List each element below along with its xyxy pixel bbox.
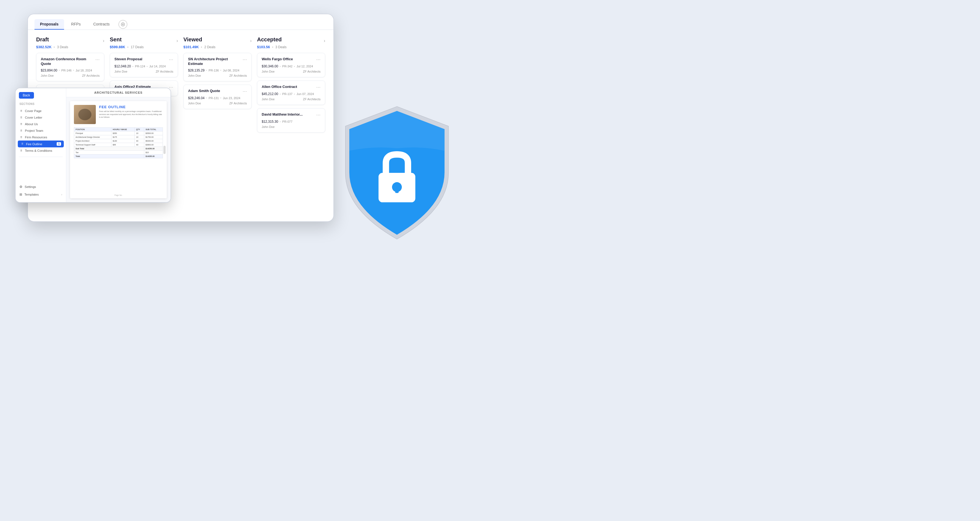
sidebar-label-terms: Terms & Conditions [25, 149, 52, 152]
card-meta-david: $12,315.30 PR-077 [262, 120, 321, 124]
drag-icon-7: ⠿ [19, 149, 23, 152]
col-deals-accepted: 3 Deals [275, 45, 286, 49]
col-deals-viewed: 2 Deals [204, 45, 215, 49]
card-menu-steven[interactable]: ⋯ [169, 57, 173, 62]
card-author-steven: John Doe [115, 70, 127, 73]
card-code-wells: PR-342 [282, 65, 292, 68]
col-stats-viewed: $101.49K 2 Deals [183, 45, 251, 49]
card-menu-sn[interactable]: ⋯ [243, 57, 247, 62]
doc-image [74, 105, 96, 124]
card-date-steven: Jul 14, 2024 [149, 65, 165, 68]
card-author-david: John Doe [262, 125, 275, 129]
card-date-sn: Jul 08, 2024 [223, 69, 239, 72]
sidebar-label-about-us: About Us [25, 123, 38, 126]
card-meta-amazon: $23,894.00 PR-146 Jul 18, 2024 [41, 69, 100, 72]
sidebar-item-terms[interactable]: ⠿ Terms & Conditions [16, 147, 66, 154]
content-header: ARCHITECTURAL SERVICES [66, 88, 170, 97]
settings-icon: ⚙ [19, 185, 22, 189]
card-title-david: David Matthew Interior... [262, 112, 316, 117]
col-arrow-viewed[interactable]: › [250, 38, 251, 43]
col-stats-sent: $599.88K 17 Deals [110, 45, 178, 49]
col-sub: SUB TOTAL [144, 127, 162, 131]
drag-icon-2: ⠿ [19, 116, 23, 119]
card-footer-allen: John Doe ZF Architects [262, 97, 321, 101]
card-date-allen: Jun 07, 2024 [296, 92, 314, 96]
scroll-handle[interactable] [164, 146, 165, 154]
cell: Tax [74, 151, 144, 155]
card-footer-amazon: John Doe ZF Architects [41, 74, 100, 77]
sidebar-item-firm-resources[interactable]: ⠿ Firm Resources [16, 134, 66, 140]
col-arrow-accepted[interactable]: › [324, 38, 325, 43]
card-sn[interactable]: SN Architecture Project Estimate ⋯ $28,1… [183, 53, 251, 81]
tab-rfps[interactable]: RFPs [66, 19, 86, 30]
shield-svg [326, 102, 468, 244]
col-arrow-sent[interactable]: › [177, 38, 178, 43]
card-company-wells: ZF Architects [303, 70, 321, 73]
card-adam[interactable]: Adam Smith Quote ⋯ $28,246.04 PR-131 Jun… [183, 84, 251, 109]
templates-arrow: › [61, 193, 62, 196]
card-menu-david[interactable]: ⋯ [316, 112, 321, 118]
card-david[interactable]: David Matthew Interior... ⋯ $12,315.30 P… [257, 108, 325, 132]
back-button[interactable]: Back [19, 92, 34, 99]
card-code-allen: PR-137 [282, 92, 292, 96]
cell: 10 [135, 131, 144, 135]
card-footer-adam: John Doe ZF Architects [188, 102, 247, 105]
templates-icon: ⊞ [19, 193, 22, 196]
card-steven[interactable]: Steven Proposal ⋯ $12,048.20 PR-124 Jul … [110, 53, 178, 77]
doc-title-block: FEE OUTLINE Fees will be billed monthly … [99, 105, 163, 124]
card-menu-amazon[interactable]: ⋯ [95, 57, 100, 62]
card-company-steven: ZF Architects [156, 70, 173, 73]
col-deals-draft: 3 Deals [57, 45, 68, 49]
sidebar-item-cover-letter[interactable]: ⠿ Cover Letter [16, 114, 66, 121]
card-wells[interactable]: Wells Fargo Office ⋯ $30,346.00 PR-342 J… [257, 53, 325, 77]
card-footer-wells: John Doe ZF Architects [262, 70, 321, 73]
col-arrow-draft[interactable]: › [103, 38, 104, 43]
card-allen[interactable]: Allen Office Contract ⋯ $45,212.00 PR-13… [257, 81, 325, 105]
security-shield [326, 102, 468, 244]
drag-icon-4: ⠿ [19, 129, 23, 132]
col-header-accepted: Accepted › $103.56 3 Deals [257, 37, 325, 49]
card-menu-allen[interactable]: ⋯ [316, 84, 321, 90]
card-meta-adam: $28,246.04 PR-131 Jun 23, 2024 [188, 96, 247, 100]
col-hourly: HOURLY WAGE [111, 127, 135, 131]
add-tab-button[interactable] [119, 20, 127, 29]
sidebar-templates[interactable]: ⊞ Templates › [16, 191, 66, 198]
sidebar-item-about-us[interactable]: ⠿ About Us [16, 121, 66, 127]
card-amazon[interactable]: Amazon Conference Room Quote ⋯ $23,894.0… [36, 53, 104, 81]
cell: $14265.00 [144, 155, 162, 158]
card-menu-adam[interactable]: ⋯ [243, 89, 247, 94]
cell: $3500.00 [144, 131, 162, 135]
card-footer-steven: John Doe ZF Architects [115, 70, 173, 73]
sidebar-item-project-team[interactable]: ⠿ Project Team [16, 127, 66, 134]
cell: Technical Support Staff [74, 143, 111, 147]
doc-page-header: FEE OUTLINE Fees will be billed monthly … [74, 105, 163, 124]
small-tablet: Back SECTIONS ⠿ Cover Page ⠿ Cover Lette… [15, 88, 171, 203]
sidebar-label-firm-resources: Firm Resources [25, 135, 47, 139]
cell: $5200.00 [144, 139, 162, 143]
col-header-sent: Sent › $599.88K 17 Deals [110, 37, 178, 49]
sidebar-settings[interactable]: ⚙ Settings [16, 183, 66, 191]
card-footer-sn: John Doe ZF Architects [188, 74, 247, 77]
col-amount-draft: $382.52K [36, 45, 51, 49]
sidebar-item-fee-outline[interactable]: ⠿ Fee Outline 1 [18, 140, 64, 147]
card-code-adam: PR-131 [208, 96, 219, 100]
card-author-adam: John Doe [188, 102, 201, 105]
col-title-sent: Sent [110, 37, 121, 43]
card-author-allen: John Doe [262, 97, 275, 101]
column-viewed: Viewed › $101.49K 2 Deals SN Architectur… [181, 37, 254, 215]
cell: Principal [74, 131, 111, 135]
col-stats-accepted: $103.56 3 Deals [257, 45, 325, 49]
tab-contracts[interactable]: Contracts [88, 19, 115, 30]
col-title-accepted: Accepted [257, 37, 282, 43]
card-code-amazon: PR-146 [61, 69, 72, 72]
content-header-title: ARCHITECTURAL SERVICES [94, 91, 143, 94]
sidebar-label-cover-letter: Cover Letter [25, 116, 42, 119]
table-row: Technical Support Staff $95 40 $3800.00 [74, 143, 163, 147]
card-menu-wells[interactable]: ⋯ [316, 57, 321, 62]
card-title-allen: Allen Office Contract [262, 84, 316, 89]
tab-proposals[interactable]: Proposals [35, 19, 64, 30]
card-title-steven: Steven Proposal [115, 57, 169, 62]
doc-page: FEE OUTLINE Fees will be billed monthly … [70, 101, 167, 198]
sidebar-item-cover-page[interactable]: ⠿ Cover Page [16, 108, 66, 114]
subtotal-row: Sub Total $14250.00 [74, 147, 163, 151]
